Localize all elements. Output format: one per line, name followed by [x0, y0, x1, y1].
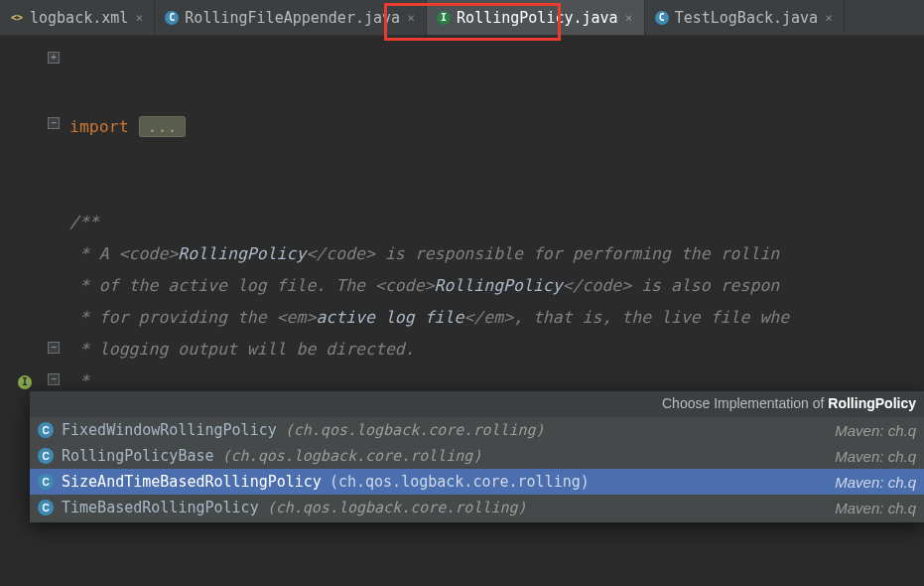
tab-label: TestLogBack.java [675, 9, 819, 27]
doc-em: active log file [316, 308, 463, 327]
impl-pkg: (ch.qos.logback.core.rolling) [330, 473, 590, 491]
doc-tag: </code> [563, 276, 632, 295]
doc-tag: </em> [463, 308, 513, 327]
impl-source: Maven: ch.q [835, 422, 916, 439]
close-icon[interactable]: × [824, 13, 834, 23]
impl-name: RollingPolicyBase [62, 447, 214, 465]
doc-line: * logging output will be directed. [69, 340, 415, 359]
close-icon[interactable]: × [134, 13, 144, 23]
impl-pkg: (ch.qos.logback.core.rolling) [285, 421, 545, 439]
fold-minus-icon[interactable]: − [48, 342, 60, 354]
tab-testlogback[interactable]: C TestLogBack.java × [645, 0, 846, 35]
fold-minus-icon[interactable]: − [48, 117, 60, 129]
impl-row-timebased[interactable]: C TimeBasedRollingPolicy (ch.qos.logback… [30, 495, 924, 520]
doc-line: * for providing the [69, 308, 277, 327]
tab-rollingpolicy[interactable]: I RollingPolicy.java × [427, 0, 645, 35]
close-icon[interactable]: × [406, 13, 416, 23]
doc-line: is responsible for performing the rollin [375, 244, 779, 263]
class-icon: C [38, 422, 54, 438]
doc-line: * A [69, 244, 119, 263]
fold-plus-icon[interactable]: + [48, 52, 60, 64]
impl-pkg: (ch.qos.logback.core.rolling) [267, 499, 527, 516]
impl-source: Maven: ch.q [835, 448, 916, 465]
doc-em: RollingPolicy [178, 244, 306, 263]
popup-title: Choose Implementation of RollingPolicy [30, 391, 924, 417]
close-icon[interactable]: × [624, 13, 634, 23]
impl-name: FixedWindowRollingPolicy [62, 421, 277, 439]
doc-em: RollingPolicy [435, 276, 563, 295]
xml-icon: <> [10, 11, 24, 25]
interface-icon: I [437, 11, 451, 25]
doc-line: , that is, the live file whe [513, 308, 789, 327]
tab-bar: <> logback.xml × C RollingFileAppender.j… [0, 0, 924, 36]
tab-logback-xml[interactable]: <> logback.xml × [0, 0, 155, 35]
choose-implementation-popup: Choose Implementation of RollingPolicy C… [30, 391, 924, 522]
impl-row-rollingpolicybase[interactable]: C RollingPolicyBase (ch.qos.logback.core… [30, 443, 924, 469]
code-keyword: import [69, 117, 139, 136]
tab-label: RollingPolicy.java [457, 9, 618, 27]
doc-line: * of the active log file. The [69, 276, 375, 295]
doc-line: * [69, 371, 89, 390]
doc-line: is also respon [631, 276, 779, 295]
impl-pkg: (ch.qos.logback.core.rolling) [222, 447, 482, 465]
class-icon: C [38, 500, 54, 515]
impl-row-fixedwindow[interactable]: C FixedWindowRollingPolicy (ch.qos.logba… [30, 417, 924, 443]
impl-row-sizeandtime[interactable]: C SizeAndTimeBasedRollingPolicy (ch.qos.… [30, 469, 924, 495]
class-icon: C [165, 11, 179, 25]
doc-tag: </code> [306, 244, 375, 263]
class-icon: C [655, 11, 669, 25]
impl-source: Maven: ch.q [835, 474, 916, 491]
doc-line: /** [69, 213, 99, 231]
tab-label: logback.xml [30, 9, 128, 27]
implementations-gutter-icon[interactable]: I [18, 375, 32, 389]
tab-rollingfileappender[interactable]: C RollingFileAppender.java × [155, 0, 427, 35]
class-icon: C [38, 474, 54, 490]
impl-name: SizeAndTimeBasedRollingPolicy [62, 473, 322, 491]
class-icon: C [38, 448, 54, 464]
folded-region[interactable]: ... [139, 116, 187, 137]
impl-source: Maven: ch.q [835, 500, 916, 516]
impl-name: TimeBasedRollingPolicy [62, 499, 259, 516]
doc-tag: <code> [375, 276, 435, 295]
tab-label: RollingFileAppender.java [185, 9, 400, 27]
fold-minus-icon[interactable]: − [48, 373, 60, 385]
doc-tag: <code> [119, 244, 179, 263]
doc-tag: <em> [277, 308, 317, 327]
